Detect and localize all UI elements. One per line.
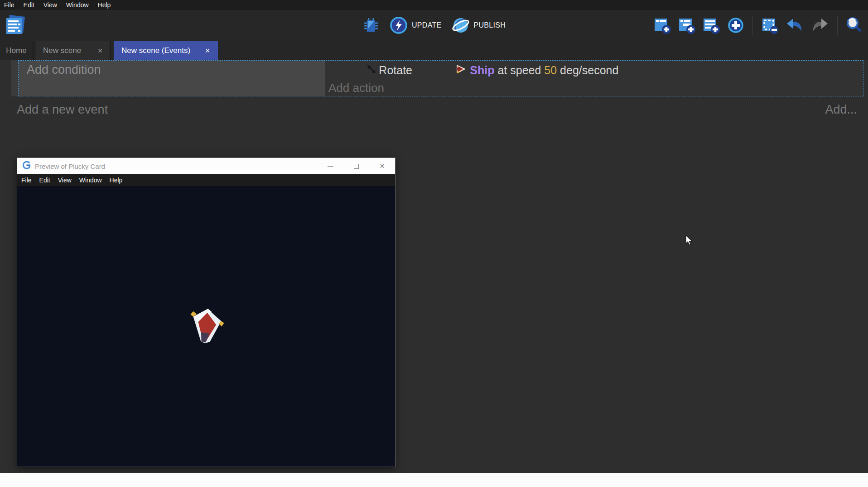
undo-icon[interactable]: [785, 16, 804, 34]
preview-window: Preview of Plucky Card ✕ File Edit View …: [17, 158, 395, 467]
redo-icon[interactable]: [810, 16, 829, 34]
preview-menu-help[interactable]: Help: [110, 177, 123, 184]
ship-sprite: [188, 307, 225, 346]
window-controls: ✕: [318, 158, 395, 174]
menu-edit[interactable]: Edit: [24, 1, 34, 9]
events-sheet: Add condition Rotate: [0, 60, 868, 487]
menu-window[interactable]: Window: [66, 1, 89, 9]
publish-label: PUBLISH: [473, 21, 506, 29]
close-icon[interactable]: ✕: [97, 47, 103, 54]
update-label: UPDATE: [412, 21, 442, 29]
preview-menu-edit[interactable]: Edit: [39, 177, 50, 184]
add-comment-icon[interactable]: [702, 16, 720, 34]
add-subevent-icon[interactable]: [678, 16, 696, 34]
update-button[interactable]: UPDATE: [390, 16, 442, 34]
publish-globe-icon: [451, 16, 469, 34]
actions-column: Rotate Ship at speed 50 deg/second: [325, 61, 863, 96]
publish-button[interactable]: PUBLISH: [451, 16, 506, 34]
action-verb: Rotate: [379, 64, 415, 77]
preview-window-title: Preview of Plucky Card: [35, 162, 318, 170]
minimize-icon: [328, 166, 333, 167]
events-sheet-icon: [5, 14, 26, 36]
add-event-button[interactable]: Add...: [825, 103, 857, 117]
action-speed-value: 50: [544, 64, 557, 77]
preview-titlebar[interactable]: Preview of Plucky Card ✕: [17, 158, 395, 174]
debugger-icon[interactable]: [362, 17, 380, 34]
action-rotate[interactable]: Rotate Ship at speed 50 deg/second: [328, 61, 860, 80]
minimize-button[interactable]: [318, 158, 343, 174]
selected-event[interactable]: Add condition Rotate: [18, 60, 863, 96]
add-condition-placeholder[interactable]: Add condition: [27, 63, 317, 77]
add-new-event-row: Add a new event Add...: [11, 100, 863, 119]
choose-add-event-icon[interactable]: [727, 16, 745, 34]
conditions-column[interactable]: Add condition: [19, 61, 325, 96]
menu-help[interactable]: Help: [98, 1, 111, 9]
event-drag-handle[interactable]: [11, 60, 18, 96]
search-events-icon[interactable]: [845, 16, 863, 34]
gdevelop-logo-icon: [23, 161, 31, 172]
event-row: Add condition Rotate: [11, 60, 863, 96]
tab-new-scene[interactable]: New scene ✕: [36, 41, 111, 60]
add-action-placeholder[interactable]: Add action: [328, 80, 860, 97]
action-connector: at speed: [495, 64, 545, 77]
toolbar-separator: [752, 16, 753, 35]
menu-file[interactable]: File: [4, 1, 14, 9]
main-toolbar: UPDATE PUBLISH: [0, 10, 868, 41]
bottom-strip: [0, 473, 868, 487]
action-unit: deg/second: [557, 64, 618, 77]
close-button[interactable]: ✕: [369, 158, 395, 174]
toolbar-separator: [837, 16, 838, 35]
action-object-name: Ship: [470, 64, 494, 77]
tab-home[interactable]: Home: [0, 41, 34, 60]
preview-menu-view[interactable]: View: [58, 177, 72, 184]
tab-home-label: Home: [6, 46, 26, 55]
add-new-event-placeholder[interactable]: Add a new event: [17, 103, 108, 117]
close-icon[interactable]: ✕: [205, 47, 210, 54]
tab-new-scene-events-label: New scene (Events): [121, 46, 190, 55]
add-event-icon[interactable]: [653, 16, 671, 34]
ship-object-thumbnail-icon: [418, 50, 467, 91]
update-lightning-icon: [390, 16, 408, 34]
preview-menu-file[interactable]: File: [21, 177, 32, 184]
preview-menu-window[interactable]: Window: [79, 177, 102, 184]
mouse-cursor: [684, 235, 694, 248]
tab-new-scene-label: New scene: [43, 46, 81, 55]
tab-new-scene-events[interactable]: New scene (Events) ✕: [114, 41, 218, 60]
remove-selection-icon[interactable]: [761, 16, 779, 34]
maximize-button[interactable]: [343, 158, 369, 174]
close-icon: ✕: [380, 162, 385, 170]
maximize-icon: [354, 164, 359, 169]
game-canvas[interactable]: [17, 186, 395, 467]
menu-view[interactable]: View: [43, 1, 57, 9]
preview-menubar: File Edit View Window Help: [17, 174, 395, 186]
app-menubar: File Edit View Window Help: [0, 0, 868, 10]
